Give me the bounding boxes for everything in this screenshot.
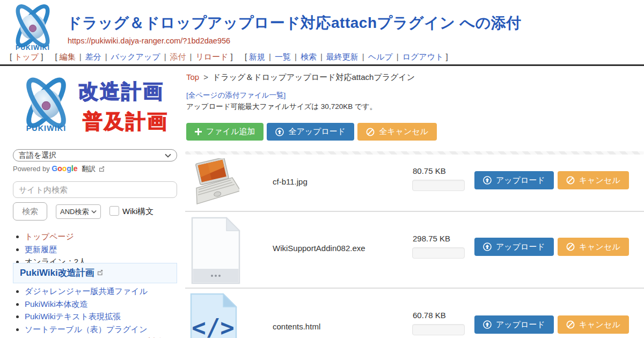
breadcrumb-separator: >	[203, 72, 208, 82]
file-size: 298.75 KB	[413, 234, 450, 243]
nav-link-logout[interactable]: ログアウト	[402, 52, 444, 61]
pukiwiki-brand-text: PUKIWIKI	[26, 124, 67, 133]
circle-up-arrow-icon	[483, 320, 492, 329]
list-item: 更新履歴	[25, 244, 86, 256]
upload-label: アップロード	[496, 175, 545, 186]
upload-all-button[interactable]: 全アップロード	[267, 123, 354, 141]
sidebar-section-heading[interactable]: PukiWiki改造計画	[13, 263, 177, 283]
list-item: PukiWikiテキスト表現拡張	[25, 311, 179, 323]
file-size: 80.75 KB	[413, 166, 446, 175]
site-search-input[interactable]	[13, 181, 177, 198]
google-translate-attribution: Powered by Google 翻訳	[13, 164, 105, 174]
google-letter: g	[67, 164, 71, 173]
upload-progress-bar	[412, 180, 465, 191]
sidebar-banner-link[interactable]: PUKIWIKI 改造計画 普及計画	[16, 75, 177, 138]
all-attachments-link[interactable]: [全ページの添付ファイル一覧]	[186, 91, 286, 100]
bracket: [	[245, 52, 247, 61]
add-files-label: ファイル追加	[206, 127, 255, 137]
upload-label: アップロード	[496, 320, 545, 330]
cancel-button[interactable]: キャンセル	[558, 171, 629, 189]
translate-link[interactable]: 翻訳	[82, 165, 96, 173]
page-url-link[interactable]: https://pukiwiki.dajya-ranger.com/?1bd2d…	[68, 36, 230, 45]
google-letter: o	[57, 164, 62, 173]
sidebar-plugin-links: ダジャレンジャー版共通ファイル PukiWiki本体改造 PukiWikiテキス…	[25, 285, 179, 338]
nav-group-top: [トップ]	[8, 52, 45, 61]
google-letter: e	[74, 164, 78, 173]
search-mode-value: AND検索	[60, 207, 89, 217]
cancel-all-button[interactable]: 全キャンセル	[357, 123, 437, 141]
search-mode-select[interactable]: AND検索	[56, 204, 101, 219]
chevron-down-icon	[165, 153, 171, 158]
bracket: ]	[445, 52, 448, 61]
search-button[interactable]: 検索	[13, 202, 47, 221]
ban-circle-icon	[566, 176, 575, 185]
ban-circle-icon	[366, 128, 375, 136]
list-item: ドラッグ＆ドロップアップロード対応attachプラグイン	[25, 336, 179, 338]
upload-button[interactable]: アップロード	[474, 315, 554, 334]
cancel-label: キャンセル	[579, 175, 620, 186]
upload-button[interactable]: アップロード	[474, 171, 554, 189]
pukiwiki-attach-page: PUKIWIKI ドラッグ＆ドロップアップロード対応attachプラグイン への…	[0, 0, 644, 338]
circle-up-arrow-icon	[275, 128, 284, 136]
nav-link-recent[interactable]: 最終更新	[326, 52, 358, 61]
plus-icon	[195, 128, 202, 135]
upload-label: アップロード	[496, 242, 545, 252]
wiki-syntax-checkbox[interactable]	[109, 206, 119, 216]
upload-button[interactable]: アップロード	[474, 238, 554, 256]
sidebar-link-history[interactable]: 更新履歴	[25, 245, 57, 254]
language-select[interactable]: 言語を選択	[13, 149, 177, 161]
nav-link-list[interactable]: 一覧	[275, 52, 291, 61]
sidebar-link-sorttable[interactable]: ソートテーブル（表）プラグイン	[25, 325, 148, 334]
code-file-icon: </>	[189, 293, 238, 338]
banner-text-fukyuu: 普及計画	[83, 108, 169, 135]
external-link-icon	[97, 267, 103, 277]
separator: |	[320, 52, 323, 61]
generic-file-icon	[189, 217, 243, 286]
breadcrumb-home-link[interactable]: Top	[186, 72, 199, 82]
cancel-button[interactable]: キャンセル	[558, 315, 629, 334]
banner-text-kaizou: 改造計画	[78, 78, 164, 105]
header-divider	[0, 64, 644, 66]
pukiwiki-logo[interactable]: PUKIWIKI	[8, 2, 58, 54]
powered-by-text: Powered by	[13, 165, 50, 173]
list-item: PukiWiki本体改造	[25, 298, 179, 311]
add-files-button[interactable]: ファイル追加	[186, 123, 264, 141]
google-logo-text: Google	[52, 164, 77, 173]
bracket: ]	[231, 52, 233, 61]
wiki-syntax-label: Wiki構文	[122, 207, 153, 217]
nav-link-backup[interactable]: バックアップ	[111, 52, 160, 61]
cancel-all-label: 全キャンセル	[379, 127, 428, 137]
sidebar-link-toppage[interactable]: トップページ	[25, 232, 74, 241]
top-navbar: [トップ] [編集|差分|バックアップ|添付|リロード] [新規|一覧|検索|最…	[8, 52, 641, 62]
sidebar-link-common-files[interactable]: ダジャレンジャー版共通ファイル	[25, 286, 148, 296]
nav-link-reload[interactable]: リロード	[195, 52, 228, 61]
file-name: contents.html	[273, 322, 320, 331]
atom-logo-icon: PUKIWIKI	[16, 75, 76, 135]
nav-group-site: [新規|一覧|検索|最終更新|ヘルプ|ログアウト]	[243, 52, 450, 61]
bracket: [	[55, 52, 57, 61]
list-item: トップページ	[25, 231, 86, 243]
nav-link-top[interactable]: トップ	[14, 52, 39, 61]
nav-link-help[interactable]: ヘルプ	[368, 52, 393, 61]
nav-link-search[interactable]: 検索	[301, 52, 317, 61]
nav-link-new[interactable]: 新規	[249, 52, 265, 61]
page-title: ドラッグ＆ドロップアップロード対応attachプラグイン への添付	[67, 13, 522, 33]
separator: |	[397, 52, 399, 61]
sidebar-link-text-ext[interactable]: PukiWikiテキスト表現拡張	[25, 312, 121, 321]
google-letter: o	[62, 164, 67, 173]
file-size: 60.78 KB	[413, 311, 446, 320]
upload-progress-bar	[412, 247, 465, 259]
separator: |	[362, 52, 364, 61]
external-link-icon	[99, 166, 105, 172]
code-glyph: </>	[192, 314, 234, 338]
list-item: ダジャレンジャー版共通ファイル	[25, 285, 179, 298]
nav-link-attach[interactable]: 添付	[170, 52, 186, 61]
sidebar-link-core-mod[interactable]: PukiWiki本体改造	[25, 299, 88, 308]
upload-all-label: 全アップロード	[288, 127, 346, 137]
cancel-button[interactable]: キャンセル	[558, 238, 629, 256]
circle-up-arrow-icon	[483, 243, 492, 251]
nav-link-diff[interactable]: 差分	[85, 52, 101, 61]
main-content: Top>ドラッグ＆ドロップアップロード対応attachプラグイン [全ページの添…	[185, 70, 644, 338]
file-name: WikiSupportAddin082.exe	[273, 244, 365, 253]
nav-link-edit[interactable]: 編集	[60, 52, 76, 61]
